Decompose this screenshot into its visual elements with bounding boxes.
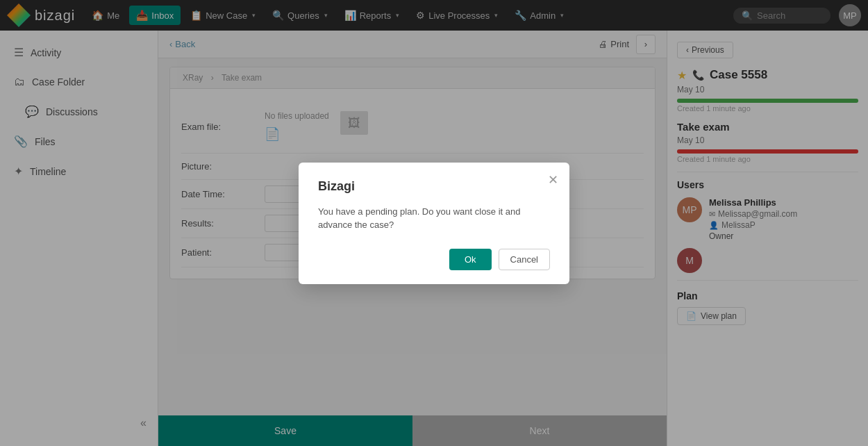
modal-box: Bizagi ✕ You have a pending plan. Do you… [299, 163, 569, 284]
modal-message: You have a pending plan. Do you want clo… [318, 205, 550, 232]
modal-title: Bizagi [318, 179, 550, 194]
modal-ok-button[interactable]: Ok [449, 249, 492, 270]
modal-close-button[interactable]: ✕ [548, 172, 558, 188]
modal-cancel-button[interactable]: Cancel [499, 249, 550, 270]
modal-actions: Ok Cancel [318, 249, 550, 270]
modal-overlay[interactable]: Bizagi ✕ You have a pending plan. Do you… [0, 0, 868, 446]
